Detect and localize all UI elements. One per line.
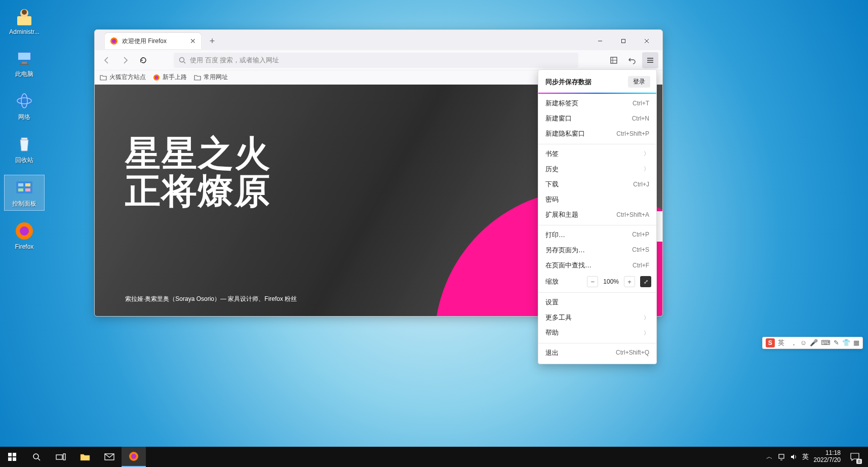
svg-rect-35 [13,453,16,456]
tray-volume-icon[interactable] [790,453,797,460]
screenshot-button[interactable] [606,52,622,68]
desktop-icon-control[interactable]: 控制面板 [4,175,45,211]
svg-point-38 [33,454,38,459]
ime-tool-icon[interactable]: 👕 [842,339,850,346]
menu-separator [538,292,656,293]
svg-rect-11 [16,181,32,193]
hamburger-menu-button[interactable] [642,52,658,68]
svg-rect-15 [25,188,30,191]
desktop-icon-network[interactable]: 网络 [4,89,45,124]
reload-button[interactable] [135,52,151,68]
ime-tool-icon[interactable]: ▦ [853,339,859,346]
undo-button[interactable] [624,52,640,68]
search-button[interactable] [24,447,49,467]
tray-ime-indicator[interactable]: 英 [802,452,809,461]
desktop-icon-user[interactable]: Administr... [4,4,45,37]
ime-tool-icon[interactable]: ☺ [800,339,807,346]
desktop-icon-recycle[interactable]: 回收站 [4,132,45,167]
menu-item-label: 书签 [545,149,559,159]
recycle-icon [14,134,34,154]
menu-item[interactable]: 新建窗口Ctrl+N [538,111,656,126]
task-view-button[interactable] [49,447,73,467]
menu-shortcut: Ctrl+P [632,230,649,239]
desktop-icon-pc[interactable]: 此电脑 [4,46,45,81]
menu-item[interactable]: 书签〉 [538,146,656,162]
desktop-icon-label: 回收站 [15,156,33,165]
menu-item[interactable]: 新建隐私窗口Ctrl+Shift+P [538,126,656,141]
menu-item[interactable]: 历史〉 [538,162,656,177]
desktop-icon-firefox[interactable]: Firefox [4,219,45,252]
window-close-button[interactable] [635,33,658,49]
notification-center-button[interactable]: 8 [846,447,864,467]
svg-rect-21 [622,40,625,43]
ime-tool-icon[interactable]: ⌨ [821,339,831,346]
chevron-right-icon: 〉 [644,329,649,337]
back-button[interactable] [99,52,115,68]
zoom-in-button[interactable]: + [624,276,635,287]
menu-item[interactable]: 帮助〉 [538,325,656,340]
menu-item[interactable]: 扩展和主题Ctrl+Shift+A [538,207,656,222]
tab-close-icon[interactable]: ✕ [190,37,196,45]
ime-toolbar[interactable]: S 英 ，☺🎤⌨✎👕▦ [762,337,863,349]
start-button[interactable] [0,447,24,467]
search-icon [179,57,186,64]
pc-icon [14,48,34,68]
menu-item-label: 新建标签页 [545,99,578,108]
browser-tab[interactable]: 欢迎使用 Firefox ✕ [105,33,201,49]
taskbar: ︿ 英 11:18 2022/7/20 8 [0,447,868,467]
bookmark-item[interactable]: 火狐官方站点 [100,73,146,82]
menu-item[interactable]: 在页面中查找…Ctrl+F [538,258,656,273]
svg-point-24 [180,57,184,62]
bookmark-item[interactable]: 常用网址 [194,73,228,82]
fullscreen-button[interactable]: ⤢ [640,276,651,287]
bookmark-item[interactable]: 新手上路 [153,73,187,82]
app-menu-popup: 同步并保存数据 登录 新建标签页Ctrl+T新建窗口Ctrl+N新建隐私窗口Ct… [538,69,657,364]
menu-item-label: 另存页面为… [545,246,585,255]
file-explorer-button[interactable] [73,447,97,467]
menu-item[interactable]: 下载Ctrl+J [538,177,656,192]
ime-tool-icon[interactable]: 🎤 [810,339,818,346]
ime-tool-icon[interactable]: ， [791,339,797,346]
taskbar-clock[interactable]: 11:18 2022/7/20 [814,450,841,464]
zoom-out-button[interactable]: − [587,276,598,287]
hero-text: 星星之火 正将燎原 [125,135,271,210]
url-bar[interactable]: 使用 百度 搜索，或者输入网址 [174,53,578,68]
menu-item[interactable]: 新建标签页Ctrl+T [538,96,656,111]
svg-point-17 [20,226,29,236]
tab-title: 欢迎使用 Firefox [122,37,167,46]
folder-icon [194,74,201,81]
menu-item[interactable]: 密码 [538,192,656,207]
hero-line1: 星星之火 [125,135,271,173]
tray-chevron-icon[interactable]: ︿ [766,452,773,461]
tray-network-icon[interactable] [778,453,785,460]
navigation-toolbar: 使用 百度 搜索，或者输入网址 [95,50,662,70]
desktop-icon-label: Administr... [9,28,39,35]
desktop-icon-label: 此电脑 [15,70,33,79]
new-tab-button[interactable]: + [205,34,219,48]
urlbar-placeholder: 使用 百度 搜索，或者输入网址 [190,56,279,65]
mail-button[interactable] [97,447,122,467]
menu-item[interactable]: 更多工具〉 [538,310,656,325]
menu-shortcut: Ctrl+F [633,261,649,270]
menu-item[interactable]: 设置 [538,295,656,310]
svg-point-44 [131,454,136,459]
ime-mode[interactable]: 英 [778,338,784,347]
menu-item[interactable]: 退出Ctrl+Shift+Q [538,345,656,361]
forward-button[interactable] [117,52,133,68]
window-maximize-button[interactable] [612,33,635,49]
menu-item[interactable]: 打印…Ctrl+P [538,227,656,243]
login-button[interactable]: 登录 [628,76,650,88]
sogou-ime-icon[interactable]: S [766,338,775,347]
desktop-icon-label: 控制面板 [12,200,36,208]
svg-rect-36 [8,457,12,461]
ime-tool-icon[interactable]: ✎ [834,339,839,346]
menu-shortcut: Ctrl+N [632,114,649,123]
menu-item-label: 帮助 [545,328,559,337]
window-minimize-button[interactable] [588,33,612,49]
menu-item[interactable]: 另存页面为…Ctrl+S [538,243,656,258]
svg-rect-45 [779,454,784,458]
firefox-icon [14,221,34,241]
firefox-taskbar-button[interactable] [122,447,146,467]
menu-zoom-row: 缩放 − 100% + ⤢ [538,273,656,290]
zoom-percentage: 100% [603,278,619,285]
